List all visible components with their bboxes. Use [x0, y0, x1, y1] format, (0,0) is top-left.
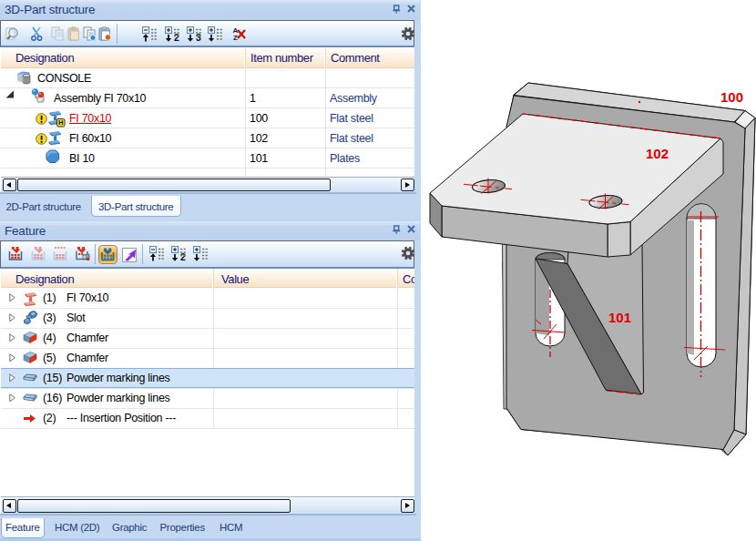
svg-text:101: 101	[608, 310, 631, 325]
svg-text:100: 100	[720, 89, 743, 105]
svg-text:H: H	[58, 118, 63, 127]
svg-text:102: 102	[646, 146, 669, 161]
